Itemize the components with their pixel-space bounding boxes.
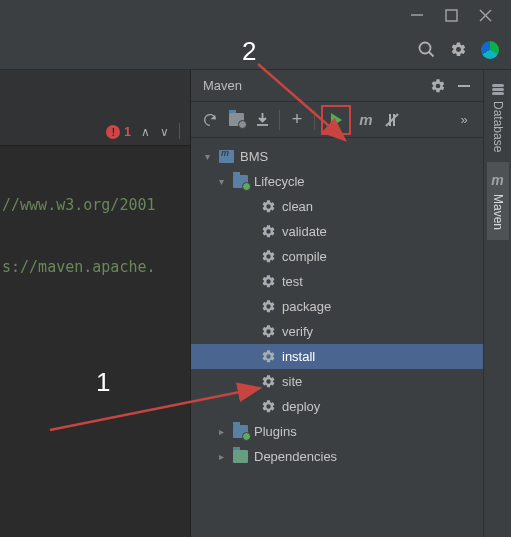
execute-goal-icon[interactable]: m bbox=[353, 107, 379, 133]
gear-icon bbox=[261, 374, 276, 389]
folder-icon bbox=[233, 425, 248, 438]
lifecycle-goal-label: install bbox=[282, 349, 315, 364]
search-icon[interactable] bbox=[417, 41, 435, 59]
window-maximize-button[interactable] bbox=[443, 7, 459, 23]
lifecycle-goal-validate[interactable]: validate bbox=[191, 219, 483, 244]
plugins-label: Plugins bbox=[254, 424, 297, 439]
lifecycle-goal-label: validate bbox=[282, 224, 327, 239]
gear-icon bbox=[261, 199, 276, 214]
gear-icon bbox=[261, 224, 276, 239]
lifecycle-goal-compile[interactable]: compile bbox=[191, 244, 483, 269]
maven-settings-icon[interactable] bbox=[425, 73, 451, 99]
lifecycle-goal-label: package bbox=[282, 299, 331, 314]
database-icon bbox=[492, 84, 504, 95]
error-count-badge[interactable]: ! 1 bbox=[106, 125, 131, 139]
play-icon bbox=[331, 113, 342, 127]
svg-rect-1 bbox=[446, 10, 457, 21]
lifecycle-goal-test[interactable]: test bbox=[191, 269, 483, 294]
maven-tree: BMS Lifecycle cleanvalidatecompiletestpa… bbox=[191, 138, 483, 537]
gear-icon bbox=[261, 274, 276, 289]
prev-error-button[interactable]: ∧ bbox=[141, 125, 150, 139]
separator bbox=[279, 110, 280, 130]
tree-project-node[interactable]: BMS bbox=[191, 144, 483, 169]
gear-icon bbox=[261, 324, 276, 339]
lifecycle-goal-label: clean bbox=[282, 199, 313, 214]
refresh-icon[interactable] bbox=[197, 107, 223, 133]
maven-logo-icon: m bbox=[491, 172, 503, 188]
window-close-button[interactable] bbox=[477, 7, 493, 23]
project-label: BMS bbox=[240, 149, 268, 164]
more-icon[interactable]: » bbox=[451, 107, 477, 133]
svg-line-5 bbox=[429, 52, 434, 57]
lifecycle-goal-label: verify bbox=[282, 324, 313, 339]
lifecycle-goal-clean[interactable]: clean bbox=[191, 194, 483, 219]
error-count: 1 bbox=[124, 125, 131, 139]
code-line: //www.w3.org/2001 bbox=[2, 196, 180, 222]
generate-sources-icon[interactable] bbox=[223, 107, 249, 133]
error-icon: ! bbox=[106, 125, 120, 139]
window-minimize-button[interactable] bbox=[409, 7, 425, 23]
lifecycle-goal-site[interactable]: site bbox=[191, 369, 483, 394]
gear-icon bbox=[261, 299, 276, 314]
lifecycle-goal-install[interactable]: install bbox=[191, 344, 483, 369]
lifecycle-goal-verify[interactable]: verify bbox=[191, 319, 483, 344]
lifecycle-goal-label: compile bbox=[282, 249, 327, 264]
tree-plugins-node[interactable]: Plugins bbox=[191, 419, 483, 444]
lifecycle-goal-label: test bbox=[282, 274, 303, 289]
settings-icon[interactable] bbox=[449, 41, 467, 59]
lifecycle-goal-package[interactable]: package bbox=[191, 294, 483, 319]
gear-icon bbox=[261, 399, 276, 414]
tree-lifecycle-node[interactable]: Lifecycle bbox=[191, 169, 483, 194]
folder-icon bbox=[233, 175, 248, 188]
next-error-button[interactable]: ∨ bbox=[160, 125, 169, 139]
download-sources-icon[interactable] bbox=[249, 107, 275, 133]
profile-badge-icon[interactable] bbox=[481, 41, 499, 59]
code-line: s://maven.apache. bbox=[2, 258, 180, 284]
add-project-button[interactable]: + bbox=[284, 107, 310, 133]
dependencies-icon bbox=[233, 450, 248, 463]
run-maven-button[interactable] bbox=[321, 105, 351, 135]
separator bbox=[179, 123, 180, 139]
lifecycle-goal-label: deploy bbox=[282, 399, 320, 414]
gear-icon bbox=[261, 249, 276, 264]
dependencies-label: Dependencies bbox=[254, 449, 337, 464]
maven-hide-icon[interactable] bbox=[451, 73, 477, 99]
database-tab[interactable]: Database bbox=[487, 74, 509, 162]
lifecycle-goal-deploy[interactable]: deploy bbox=[191, 394, 483, 419]
lifecycle-goal-label: site bbox=[282, 374, 302, 389]
maven-project-icon bbox=[219, 150, 234, 163]
tree-dependencies-node[interactable]: Dependencies bbox=[191, 444, 483, 469]
svg-point-4 bbox=[419, 43, 430, 54]
maven-panel-title: Maven bbox=[203, 78, 425, 93]
svg-line-10 bbox=[386, 114, 398, 126]
separator bbox=[314, 110, 315, 130]
gear-icon bbox=[261, 349, 276, 364]
lifecycle-label: Lifecycle bbox=[254, 174, 305, 189]
toggle-skip-tests-icon[interactable] bbox=[379, 107, 405, 133]
maven-tab[interactable]: m Maven bbox=[487, 162, 509, 240]
code-editor[interactable]: //www.w3.org/2001 s://maven.apache. bbox=[0, 146, 190, 330]
